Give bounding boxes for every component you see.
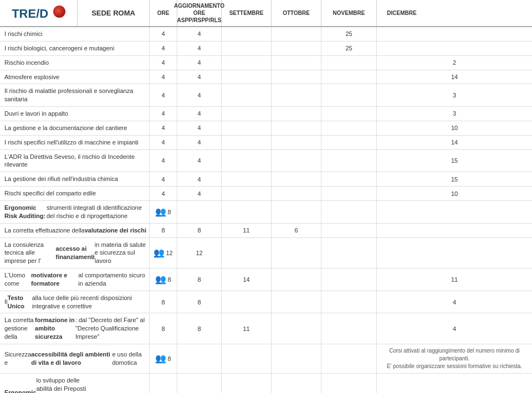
aggiornamento-cell: 4 [177, 136, 222, 149]
novembre-cell [321, 70, 377, 84]
dicembre-cell: 14 [377, 136, 532, 149]
course-description: Ergonomic Risk Auditing: strumenti integ… [0, 201, 150, 223]
aggiornamento-cell: 4 [177, 70, 222, 84]
ore-cell: 👥8 [150, 268, 177, 291]
ottobre-cell [272, 121, 321, 135]
aggiornamento-cell [177, 344, 222, 373]
col-ore-header: ORE [150, 0, 177, 26]
settembre-cell [222, 27, 272, 41]
ore-cell: 4 [150, 70, 177, 84]
table-row: I rischi chimici4425 [0, 27, 532, 42]
novembre-cell [321, 150, 377, 172]
aggiornamento-cell: 8 [177, 313, 222, 344]
dicembre-cell: 10 [377, 121, 532, 135]
dicembre-cell [377, 27, 532, 41]
course-description: Sicurezza e accessibilità degli ambienti… [0, 344, 150, 373]
course-description: Rischi specifici del comparto edile [0, 187, 150, 200]
dicembre-cell: 4 [377, 313, 532, 344]
novembre-cell [321, 344, 377, 373]
table-row: Ergonomic Risk Auditing: strumenti integ… [0, 201, 532, 224]
ottobre-cell [272, 374, 321, 393]
ottobre-cell [272, 344, 321, 373]
course-description: Duvri e lavori in appalto [0, 107, 150, 121]
logo-cell: TRE/D [0, 0, 78, 26]
ottobre-cell [272, 70, 321, 84]
ottobre-cell [272, 201, 321, 223]
ore-cell: 4 [150, 136, 177, 149]
settembre-cell [222, 150, 272, 172]
ore-cell: 4 [150, 172, 177, 186]
novembre-cell [321, 84, 377, 106]
ore-cell: 👥12 [150, 238, 177, 268]
col-novembre-header: NOVEMBRE [321, 0, 377, 26]
novembre-cell [321, 374, 377, 393]
settembre-cell: 11 [222, 224, 272, 237]
settembre-cell [222, 238, 272, 268]
novembre-cell [321, 313, 377, 344]
table-row: L'ADR la Direttiva Seveso, il rischio di… [0, 150, 532, 173]
aggiornamento-cell [177, 374, 222, 393]
people-icon: 👥 [154, 247, 165, 258]
ottobre-cell [272, 172, 321, 186]
ottobre-cell [272, 291, 321, 313]
ore-cell: 4 [150, 150, 177, 172]
aggiornamento-cell: 4 [177, 172, 222, 186]
dicembre-cell [377, 224, 532, 237]
settembre-cell [222, 42, 272, 55]
table-row: L'Uomo come motivatore e formatore al co… [0, 268, 532, 291]
logo-icon [53, 6, 65, 18]
aggiornamento-cell: 8 [177, 291, 222, 313]
dicembre-cell: 14 [377, 70, 532, 84]
aggiornamento-cell [177, 201, 222, 223]
course-description: La consulenza tecnica alle imprese per l… [0, 238, 150, 268]
aggiornamento-cell: 4 [177, 150, 222, 172]
settembre-cell [222, 56, 272, 70]
course-description: Rischio incendio [0, 56, 150, 70]
ottobre-cell [272, 107, 321, 121]
settembre-cell [222, 187, 272, 200]
settembre-cell [222, 136, 272, 149]
ottobre-cell [272, 136, 321, 149]
dicembre-cell: 15 [377, 172, 532, 186]
settembre-cell [222, 344, 272, 373]
ottobre-cell [272, 313, 321, 344]
course-description: L'ADR la Direttiva Seveso, il rischio di… [0, 150, 150, 172]
dicembre-cell: 3 [377, 84, 532, 106]
dicembre-cell [377, 42, 532, 55]
aggiornamento-cell: 4 [177, 84, 222, 106]
course-description: La gestione dei rifiuti nell'industria c… [0, 172, 150, 186]
table-row: Rischi specifici del comparto edile4410 [0, 187, 532, 201]
novembre-cell [321, 187, 377, 200]
aggiornamento-cell: 4 [177, 121, 222, 135]
novembre-cell [321, 268, 377, 291]
course-description: Atmosfere esplosive [0, 70, 150, 84]
note-text: Corsi attivati al raggiungimento del num… [379, 347, 530, 370]
dicembre-cell [377, 374, 532, 393]
settembre-cell [222, 172, 272, 186]
ore-cell: 4 [150, 84, 177, 106]
course-description: I rischi chimici [0, 27, 150, 41]
table-row: Ergonomic Awarness Training: lo sviluppo… [0, 374, 532, 393]
settembre-cell [222, 121, 272, 135]
novembre-cell [321, 224, 377, 237]
table-row: La corretta effettuazione della valutazi… [0, 224, 532, 238]
dicembre-cell: Corsi attivati al raggiungimento del num… [377, 344, 532, 373]
course-description: Ergonomic Awarness Training: lo sviluppo… [0, 374, 150, 393]
dicembre-cell [377, 238, 532, 268]
novembre-cell [321, 121, 377, 135]
course-description: La gestione e la documentazione del cant… [0, 121, 150, 135]
novembre-cell [321, 136, 377, 149]
ore-cell: 8 [150, 313, 177, 344]
table-row: I rischi biologici, cancerogeni e mutage… [0, 42, 532, 56]
aggiornamento-cell: 4 [177, 56, 222, 70]
table-row: La gestione dei rifiuti nell'industria c… [0, 172, 532, 187]
page-header: TRE/D SEDE ROMA ORE AGGIORNAMENTO ORE AS… [0, 0, 532, 27]
sede-label: SEDE ROMA [91, 9, 135, 17]
novembre-cell: 25 [321, 27, 377, 41]
dicembre-cell: 2 [377, 56, 532, 70]
settembre-cell: 11 [222, 313, 272, 344]
ottobre-cell [272, 150, 321, 172]
novembre-cell [321, 172, 377, 186]
ottobre-cell [272, 42, 321, 55]
ottobre-cell [272, 187, 321, 200]
